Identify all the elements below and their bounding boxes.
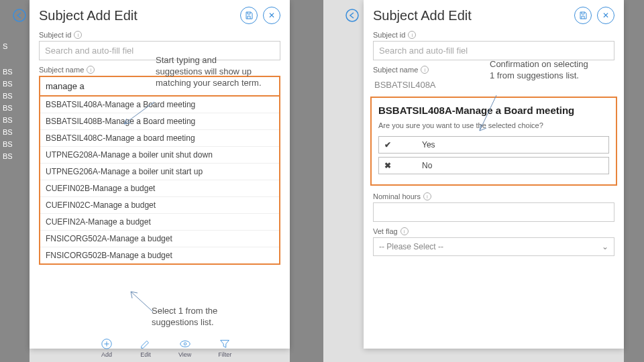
bg-code: BS [0,66,30,78]
svg-point-6 [180,341,189,347]
background-mid [290,0,323,362]
close-button[interactable]: ✕ [597,7,614,24]
svg-point-7 [184,343,186,345]
suggestion-item[interactable]: CUEFIN02B-Manage a budget [40,180,279,197]
confirm-no-button[interactable]: ✖ No [378,157,609,174]
check-icon: ✔ [384,140,395,149]
nominal-hours-input[interactable] [373,202,614,222]
back-icon[interactable] [345,8,360,23]
vet-flag-select[interactable]: -- Please Select -- ⌄ [373,237,614,256]
footer-toolbar: Add Edit View Filter [101,338,231,358]
toolbar-add[interactable]: Add [101,338,113,358]
svg-line-2 [124,102,154,124]
bg-code: BS [0,138,30,150]
svg-line-4 [480,95,496,131]
arrow-icon [127,288,161,315]
back-icon[interactable] [12,8,27,23]
arrow-icon [476,94,503,134]
background-left: S BS BS BS BS BS BS BS BS [0,0,30,362]
modal-title: Subject Add Edit [39,8,138,23]
save-button[interactable] [240,7,258,24]
confirm-yes-button[interactable]: ✔ Yes [378,136,609,154]
annotation-confirm: Confirmation on selecting 1 from suggest… [490,59,590,82]
subject-id-label: Subject id i [39,31,280,39]
bg-code: BS [0,78,30,90]
suggestion-item[interactable]: FNSICORG502B-Manage a budget [40,247,279,263]
nominal-hours-label: Nominal hours i [373,192,614,200]
subject-id-label: Subject id i [373,31,614,39]
svg-line-3 [131,292,153,312]
modal-subject-add-edit-right: Subject Add Edit ✕ Subject id i Subject … [364,0,624,349]
suggestion-item[interactable]: BSBATSIL408C-Manage a board meeting [40,130,279,147]
info-icon[interactable]: i [408,31,416,39]
suggestion-item[interactable]: FNSICORG502A-Manage a budget [40,231,279,247]
suggestion-item[interactable]: CUEFIN2A-Manage a budget [40,214,279,231]
info-icon[interactable]: i [423,192,431,200]
annotation-typing: Start typing and suggestions will show u… [156,55,263,89]
info-icon[interactable]: i [421,66,429,74]
close-button[interactable]: ✕ [263,7,280,24]
suggestion-item[interactable]: CUEFIN02C-Manage a budget [40,197,279,214]
subject-id-input[interactable] [373,41,614,60]
bg-code: BS [0,150,30,162]
toolbar-view[interactable]: View [178,338,191,358]
chevron-down-icon: ⌄ [602,242,608,251]
info-icon[interactable]: i [400,227,409,235]
save-button[interactable] [574,7,592,24]
modal-title: Subject Add Edit [373,8,472,23]
bg-code: BS [0,126,30,138]
arrow-icon [121,101,161,127]
background-right [624,0,644,362]
info-icon[interactable]: i [87,66,95,74]
suggestion-item[interactable]: UTPNEG206A-Manage a boiler unit start up [40,164,279,180]
bg-label: S [0,40,30,52]
svg-point-0 [13,9,25,21]
bg-code: BS [0,90,30,102]
bg-code: BS [0,102,30,114]
cross-icon: ✖ [384,161,395,170]
toolbar-filter[interactable]: Filter [218,338,231,358]
annotation-select: Select 1 from the suggestions list. [152,306,252,328]
info-icon[interactable]: i [74,31,82,39]
toolbar-edit[interactable]: Edit [140,338,152,358]
vet-flag-label: Vet flag i [373,227,614,235]
svg-point-1 [346,9,358,21]
bg-code: BS [0,114,30,126]
suggestion-item[interactable]: UTPNEG208A-Manage a boiler unit shut dow… [40,147,279,164]
